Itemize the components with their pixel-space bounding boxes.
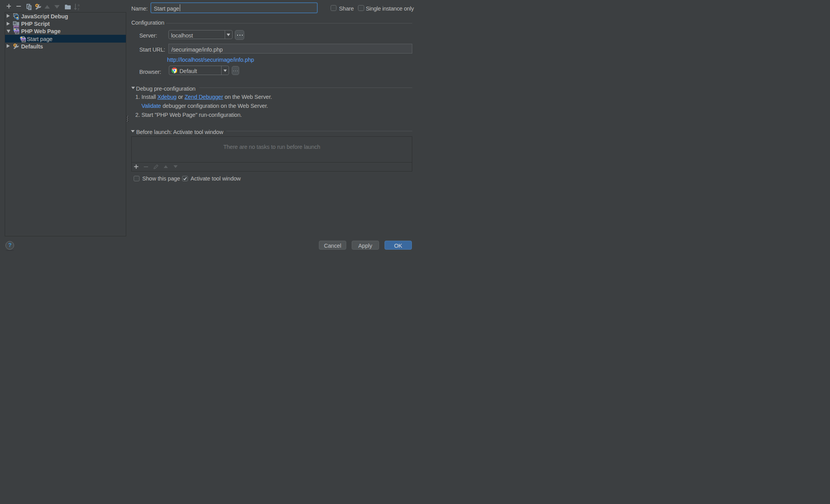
svg-text:php: php — [21, 38, 26, 40]
svg-text:php: php — [15, 30, 19, 32]
svg-text:z: z — [78, 7, 80, 11]
